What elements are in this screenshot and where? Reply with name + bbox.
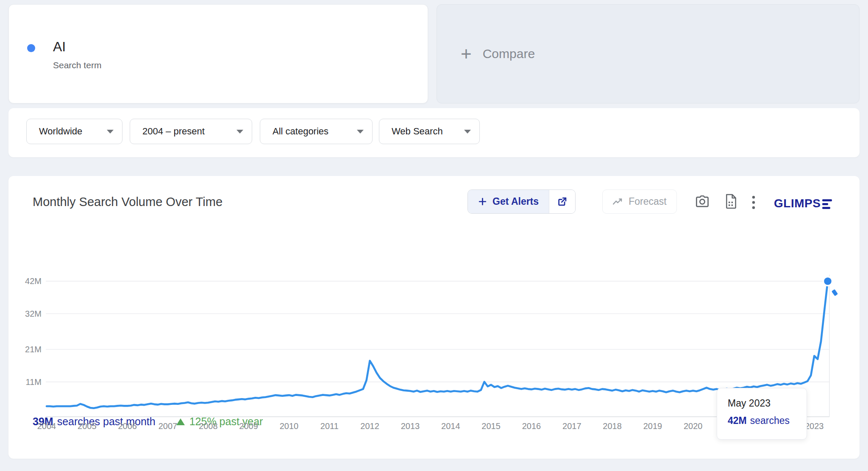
- x-axis-label: 2006: [118, 421, 137, 431]
- x-axis-label: 2008: [199, 421, 218, 431]
- x-axis-label: 2019: [643, 421, 662, 431]
- tooltip-date: May 2023: [728, 398, 807, 409]
- y-axis-label: 42M: [25, 276, 42, 286]
- x-axis-label: 2020: [684, 421, 703, 431]
- compare-button[interactable]: + Compare: [437, 4, 860, 103]
- y-axis-label: 21M: [25, 345, 42, 354]
- chevron-down-icon: [236, 130, 243, 134]
- x-axis-label: 2012: [360, 421, 379, 431]
- x-axis-label: 2009: [239, 421, 258, 431]
- chart-card: Monthly Search Volume Over Time Get Aler…: [8, 176, 860, 459]
- x-axis-label: 2010: [280, 421, 299, 431]
- x-axis-label: 2023: [805, 421, 824, 431]
- filter-searchtype-dropdown[interactable]: Web Search: [379, 119, 480, 144]
- cursor-icon: [832, 289, 838, 296]
- filter-category-dropdown[interactable]: All categories: [260, 119, 373, 144]
- compare-label: Compare: [483, 47, 535, 61]
- search-term-type: Search term: [53, 60, 101, 70]
- x-axis-label: 2015: [481, 421, 501, 431]
- chevron-down-icon: [464, 130, 471, 134]
- filter-searchtype-value: Web Search: [392, 126, 443, 137]
- y-axis-label: 32M: [25, 309, 42, 318]
- trend-line: [47, 281, 828, 408]
- x-axis-label: 2014: [441, 421, 460, 431]
- y-axis-label: 11M: [26, 377, 42, 387]
- x-axis-label: 2004: [37, 421, 56, 431]
- x-axis-label: 2005: [78, 421, 97, 431]
- chevron-down-icon: [107, 130, 114, 134]
- page: AI Search term + Compare Worldwide 2004 …: [0, 0, 868, 471]
- search-term-card[interactable]: AI Search term: [8, 4, 428, 103]
- x-axis-label: 2011: [320, 421, 339, 431]
- filter-region-value: Worldwide: [39, 126, 82, 137]
- search-term-label: AI: [53, 39, 66, 55]
- series-color-dot: [27, 44, 35, 52]
- tooltip-value: 42M: [728, 415, 747, 426]
- tooltip-suffix: searches: [750, 415, 790, 426]
- chevron-down-icon: [357, 130, 364, 134]
- x-axis-label: 2007: [159, 421, 178, 431]
- chart-tooltip: May 2023 42Msearches: [717, 388, 807, 440]
- endpoint-marker: [823, 277, 832, 286]
- filter-bar: Worldwide 2004 – present All categories …: [8, 108, 860, 157]
- x-axis-label: 2017: [562, 421, 581, 431]
- filter-region-dropdown[interactable]: Worldwide: [26, 119, 122, 144]
- x-axis-label: 2016: [522, 421, 541, 431]
- filter-category-value: All categories: [273, 126, 328, 137]
- plus-icon: +: [461, 45, 472, 63]
- filter-timerange-value: 2004 – present: [142, 126, 205, 137]
- x-axis-label: 2013: [401, 421, 420, 431]
- filter-timerange-dropdown[interactable]: 2004 – present: [130, 119, 252, 144]
- x-axis-label: 2018: [603, 421, 622, 431]
